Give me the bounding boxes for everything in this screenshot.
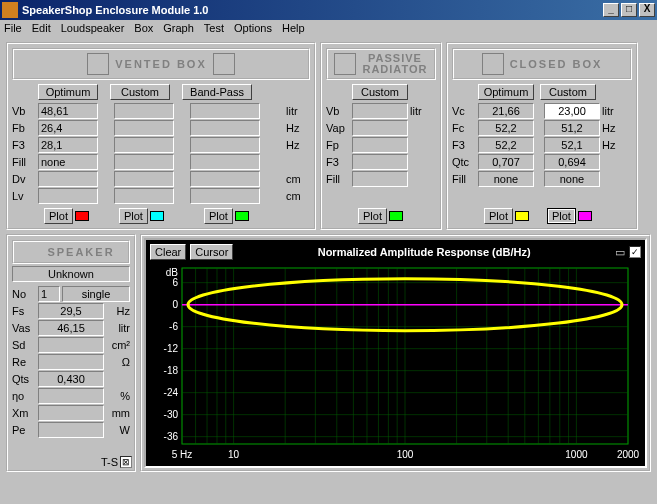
closed-opt-value: 0,707 <box>478 154 534 170</box>
speaker-row-label: ηo <box>12 390 36 402</box>
svg-text:dB: dB <box>166 267 179 278</box>
chart-checkbox[interactable]: ✓ <box>629 246 641 258</box>
chart-panel: Clear Cursor Normalized Amplitude Respon… <box>140 234 651 472</box>
menu-edit[interactable]: Edit <box>32 22 51 34</box>
speaker-row-label: Fs <box>12 305 36 317</box>
svg-text:-36: -36 <box>164 431 179 442</box>
vented-cust-value[interactable] <box>114 188 174 204</box>
close-button[interactable]: X <box>639 3 655 17</box>
vented-row-label: F3 <box>12 139 36 151</box>
vented-optimum-header[interactable]: Optimum <box>38 84 98 100</box>
menu-bar: File Edit Loudspeaker Box Graph Test Opt… <box>0 20 657 36</box>
passive-value[interactable] <box>352 103 408 119</box>
closed-cust-value[interactable]: none <box>544 171 600 187</box>
closed-opt-value: 52,2 <box>478 120 534 136</box>
no-value: 1 <box>38 286 60 302</box>
vented-bp-value[interactable] <box>190 154 260 170</box>
closed-custom-header[interactable]: Custom <box>540 84 596 100</box>
vented-bp-value[interactable] <box>190 171 260 187</box>
svg-text:-6: -6 <box>169 321 178 332</box>
vented-cust-value[interactable] <box>114 154 174 170</box>
speaker-value: 29,5 <box>38 303 104 319</box>
vented-plot-bp[interactable]: Plot <box>204 208 233 224</box>
vented-row-label: Vb <box>12 105 36 117</box>
closed-cust-value[interactable]: 51,2 <box>544 120 600 136</box>
closed-cust-value[interactable]: 0,694 <box>544 154 600 170</box>
closed-row-label: F3 <box>452 139 476 151</box>
maximize-button[interactable]: □ <box>621 3 637 17</box>
closed-opt-value: 21,66 <box>478 103 534 119</box>
vented-unit: litr <box>286 105 310 117</box>
svg-text:5 Hz: 5 Hz <box>172 449 193 460</box>
menu-file[interactable]: File <box>4 22 22 34</box>
vented-unit: Hz <box>286 139 310 151</box>
vented-bp-value[interactable] <box>190 120 260 136</box>
vented-box-panel: VENTED BOX Optimum Custom Band-Pass Vb 4… <box>6 42 316 230</box>
clear-button[interactable]: Clear <box>150 244 186 260</box>
vented-unit: cm <box>286 173 310 185</box>
vented-custom-header[interactable]: Custom <box>110 84 170 100</box>
svg-text:-12: -12 <box>164 343 179 354</box>
swatch-green2 <box>389 211 403 221</box>
passive-value[interactable] <box>352 154 408 170</box>
vented-opt-value <box>38 188 98 204</box>
passive-header: PASSIVERADIATOR <box>326 48 436 80</box>
speaker-unit: litr <box>106 322 130 334</box>
closed-icon <box>482 53 504 75</box>
vented-plot-cust[interactable]: Plot <box>119 208 148 224</box>
closed-plot-cust[interactable]: Plot <box>547 208 576 224</box>
speaker-unit: Ω <box>106 356 130 368</box>
passive-plot[interactable]: Plot <box>358 208 387 224</box>
menu-options[interactable]: Options <box>234 22 272 34</box>
menu-test[interactable]: Test <box>204 22 224 34</box>
closed-unit: Hz <box>602 122 626 134</box>
menu-box[interactable]: Box <box>134 22 153 34</box>
closed-cust-value[interactable]: 23,00 <box>544 103 600 119</box>
ts-checkbox[interactable]: ⊠ <box>120 456 132 468</box>
vented-icon <box>87 53 109 75</box>
vented-bandpass-header[interactable]: Band-Pass <box>182 84 252 100</box>
vented-opt-value: 28,1 <box>38 137 98 153</box>
chart-tool-icon[interactable]: ▭ <box>615 246 625 259</box>
vented-opt-value <box>38 171 98 187</box>
passive-panel: PASSIVERADIATOR Custom Vb litrVap Fp F3 … <box>320 42 442 230</box>
speaker-unit: Hz <box>106 305 130 317</box>
speaker-value <box>38 422 104 438</box>
vented-cust-value[interactable] <box>114 171 174 187</box>
vented-bp-value[interactable] <box>190 188 260 204</box>
passive-custom-header[interactable]: Custom <box>352 84 408 100</box>
vented-plot-opt[interactable]: Plot <box>44 208 73 224</box>
passive-value[interactable] <box>352 120 408 136</box>
menu-help[interactable]: Help <box>282 22 305 34</box>
menu-loudspeaker[interactable]: Loudspeaker <box>61 22 125 34</box>
svg-text:-30: -30 <box>164 409 179 420</box>
vented-cust-value[interactable] <box>114 137 174 153</box>
svg-text:100: 100 <box>397 449 414 460</box>
svg-text:-18: -18 <box>164 365 179 376</box>
app-icon <box>2 2 18 18</box>
ts-label: T-S <box>101 456 118 468</box>
vented-opt-value: 48,61 <box>38 103 98 119</box>
response-chart[interactable]: 60-6-12-18-24-30-36dB5 Hz1010010002000 <box>148 262 642 462</box>
vented-bp-value[interactable] <box>190 103 260 119</box>
vented-cust-value[interactable] <box>114 120 174 136</box>
speaker-row-label: Xm <box>12 407 36 419</box>
passive-value[interactable] <box>352 137 408 153</box>
vented-opt-value: none <box>38 154 98 170</box>
svg-text:1000: 1000 <box>565 449 588 460</box>
passive-value[interactable] <box>352 171 408 187</box>
closed-cust-value[interactable]: 52,1 <box>544 137 600 153</box>
minimize-button[interactable]: _ <box>603 3 619 17</box>
svg-text:0: 0 <box>172 299 178 310</box>
closed-plot-opt[interactable]: Plot <box>484 208 513 224</box>
menu-graph[interactable]: Graph <box>163 22 194 34</box>
vented-cust-value[interactable] <box>114 103 174 119</box>
speaker-value <box>38 337 104 353</box>
cursor-button[interactable]: Cursor <box>190 244 233 260</box>
closed-optimum-header[interactable]: Optimum <box>478 84 534 100</box>
speaker-icon <box>27 244 43 260</box>
vented-bp-value[interactable] <box>190 137 260 153</box>
speaker-row-label: Re <box>12 356 36 368</box>
speaker-value <box>38 354 104 370</box>
speaker-unit: % <box>106 390 130 402</box>
